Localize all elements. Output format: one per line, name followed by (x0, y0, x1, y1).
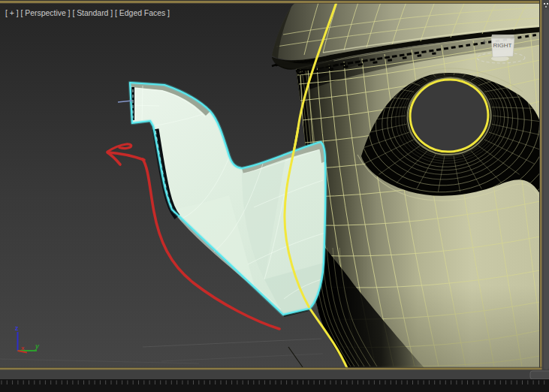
svg-text:z: z (15, 324, 19, 332)
svg-text:[ + ] [ Perspective ] [ Standa: [ + ] [ Perspective ] [ Standard ] [ Edg… (5, 8, 170, 17)
svg-text:x: x (21, 345, 25, 351)
svg-text:RIGHT: RIGHT (493, 42, 512, 49)
svg-text:y: y (35, 342, 40, 350)
